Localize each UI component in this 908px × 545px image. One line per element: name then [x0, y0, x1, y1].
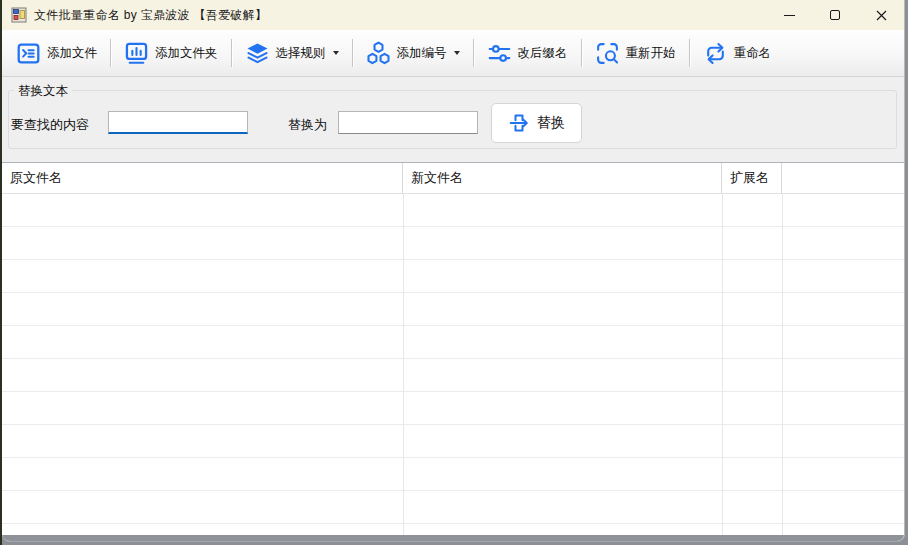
- toolbar: 添加文件 添加文件夹 选择规则: [2, 30, 904, 77]
- app-window: 文件批量重命名 by 宝鼎波波 【吾爱破解】: [2, 0, 905, 542]
- replace-button[interactable]: 替换: [491, 103, 582, 143]
- add-number-icon: [366, 41, 391, 66]
- select-rule-button[interactable]: 选择规则: [236, 34, 348, 72]
- column-header-extension[interactable]: 扩展名: [722, 163, 782, 193]
- window-title: 文件批量重命名 by 宝鼎波波 【吾爱破解】: [34, 7, 267, 24]
- column-header-new-name[interactable]: 新文件名: [403, 163, 722, 193]
- minimize-icon: [784, 15, 795, 16]
- toolbar-separator: [231, 39, 232, 67]
- restart-label: 重新开始: [626, 45, 676, 62]
- toolbar-separator: [473, 39, 474, 67]
- grid-vertical-line: [403, 194, 404, 535]
- grid-vertical-line: [722, 194, 723, 535]
- grid-vertical-line: [782, 194, 783, 535]
- add-number-label: 添加编号: [397, 45, 447, 62]
- add-files-label: 添加文件: [47, 45, 97, 62]
- add-folder-button[interactable]: 添加文件夹: [115, 34, 227, 72]
- change-extension-icon: [487, 41, 512, 66]
- minimize-button[interactable]: [766, 0, 812, 30]
- find-input[interactable]: [108, 111, 248, 134]
- caption-controls: [766, 0, 904, 30]
- file-list: 原文件名 新文件名 扩展名: [2, 162, 904, 535]
- rules-layers-icon: [245, 41, 270, 66]
- change-extension-button[interactable]: 改后缀名: [478, 34, 577, 72]
- toolbar-separator: [110, 39, 111, 67]
- toolbar-separator: [352, 39, 353, 67]
- change-extension-label: 改后缀名: [518, 45, 568, 62]
- replace-arrow-icon: [508, 111, 532, 135]
- find-label: 要查找的内容: [11, 116, 89, 134]
- replace-with-input[interactable]: [338, 111, 478, 134]
- add-number-button[interactable]: 添加编号: [357, 34, 469, 72]
- close-button[interactable]: [858, 0, 904, 30]
- app-form-icon: [11, 7, 27, 23]
- replace-button-label: 替换: [537, 114, 565, 132]
- maximize-button[interactable]: [812, 0, 858, 30]
- replace-panel: 替换文本 要查找的内容 替换为 替换: [2, 77, 904, 162]
- rename-label: 重命名: [734, 45, 772, 62]
- column-header-label: 原文件名: [10, 169, 62, 187]
- close-icon: [876, 10, 887, 21]
- dropdown-arrow-icon[interactable]: [333, 51, 339, 55]
- restart-scan-icon: [595, 41, 620, 66]
- add-file-icon: [16, 41, 41, 66]
- column-header-filler: [782, 163, 904, 193]
- titlebar[interactable]: 文件批量重命名 by 宝鼎波波 【吾爱破解】: [2, 0, 904, 30]
- replace-with-label: 替换为: [288, 116, 327, 134]
- replace-group-title: 替换文本: [14, 83, 72, 100]
- file-list-header: 原文件名 新文件名 扩展名: [2, 163, 904, 194]
- add-folder-label: 添加文件夹: [155, 45, 218, 62]
- maximize-icon: [830, 10, 840, 20]
- rename-cycle-icon: [703, 41, 728, 66]
- dropdown-arrow-icon[interactable]: [454, 51, 460, 55]
- column-header-original-name[interactable]: 原文件名: [2, 163, 403, 193]
- column-header-label: 新文件名: [411, 169, 463, 187]
- add-files-button[interactable]: 添加文件: [7, 34, 106, 72]
- toolbar-separator: [581, 39, 582, 67]
- window-resize-strip[interactable]: [2, 535, 904, 541]
- add-folder-icon: [124, 41, 149, 66]
- rename-button[interactable]: 重命名: [694, 34, 781, 72]
- select-rule-label: 选择规则: [276, 45, 326, 62]
- file-list-body[interactable]: [2, 194, 904, 535]
- toolbar-separator: [689, 39, 690, 67]
- column-header-label: 扩展名: [730, 169, 769, 187]
- desktop-edge: [0, 0, 2, 545]
- restart-button[interactable]: 重新开始: [586, 34, 685, 72]
